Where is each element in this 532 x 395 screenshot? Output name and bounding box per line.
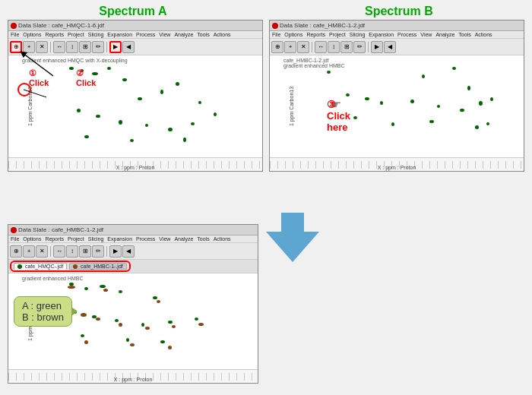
menu-bottom-slicing[interactable]: Slicing: [88, 236, 104, 242]
spectrum-b-dot: [346, 93, 350, 96]
tb-b-btn-8[interactable]: ▶: [371, 41, 383, 53]
menu-bottom-analyze[interactable]: Analyze: [174, 236, 193, 242]
bottom-brown-dot: [168, 346, 172, 349]
menu-bottom-actions[interactable]: Actions: [214, 236, 231, 242]
menu-bottom-tools[interactable]: Tools: [197, 236, 209, 242]
tb-bottom-4[interactable]: ↔: [53, 245, 65, 258]
tb-bottom-2[interactable]: +: [23, 245, 35, 258]
menu-bottom-options[interactable]: Options: [23, 236, 41, 242]
menu-bottom-view[interactable]: View: [159, 236, 170, 242]
menu-b-view[interactable]: View: [420, 32, 432, 37]
toolbar-btn-4[interactable]: ↔: [53, 41, 65, 53]
menu-view[interactable]: View: [159, 32, 170, 37]
menu-b-reports[interactable]: Reports: [306, 32, 325, 37]
tb-bottom-6[interactable]: ⊞: [79, 245, 91, 258]
menu-b-options[interactable]: Options: [284, 32, 302, 37]
menu-b-actions[interactable]: Actions: [475, 32, 492, 37]
click2-label: ② Click: [76, 68, 96, 87]
svg-marker-2: [266, 213, 319, 262]
menu-actions[interactable]: Actions: [214, 32, 231, 37]
menu-b-tools[interactable]: Tools: [458, 32, 470, 37]
tab-group: cafe_HMQC-.jdf cafe_HMBC-1-.jdf: [10, 261, 131, 272]
toolbar-btn-2[interactable]: +: [23, 41, 35, 53]
spectrum-b-dot: [486, 122, 489, 125]
menu-b-file[interactable]: File: [272, 32, 280, 37]
menu-options[interactable]: Options: [23, 32, 41, 37]
tb-b-btn-9[interactable]: ◀: [384, 41, 396, 53]
toolbar-btn-9[interactable]: ◀: [122, 41, 135, 53]
big-blue-arrow: [262, 205, 323, 269]
spectrum-b-title: Spectrum B: [365, 5, 433, 18]
tb-b-sep-1: [312, 42, 312, 52]
bottom-brown-dot: [84, 340, 88, 344]
menu-bottom-expansion[interactable]: Expansion: [107, 236, 132, 242]
toolbar-btn-1[interactable]: ⊕: [10, 41, 22, 53]
toolbar-btn-6[interactable]: ⊞: [79, 41, 91, 53]
spectrum-b-dot: [353, 116, 357, 119]
tb-b-btn-4[interactable]: ↔: [315, 41, 327, 53]
bottom-brown-dot: [81, 313, 87, 317]
menu-bottom-process[interactable]: Process: [136, 236, 155, 242]
close-icon-b[interactable]: [272, 23, 278, 29]
menu-bottom-file[interactable]: File: [11, 236, 19, 242]
bottom-tab-bar: cafe_HMQC-.jdf cafe_HMBC-1-.jdf: [8, 260, 258, 273]
tb-bottom-1[interactable]: ⊕: [10, 245, 22, 258]
toolbar-btn-5[interactable]: ↕: [66, 41, 78, 53]
menu-slicing[interactable]: Slicing: [88, 32, 104, 37]
bottom-close-icon[interactable]: [11, 227, 17, 233]
menu-b-slicing[interactable]: Slicing: [350, 32, 366, 37]
tab-hmqc[interactable]: cafe_HMQC-.jdf: [14, 263, 67, 270]
menu-b-project[interactable]: Project: [329, 32, 346, 37]
spectrum-dot: [191, 122, 195, 125]
callout-bubble: A : green B : brown: [14, 296, 72, 327]
spectrum-b-dot: [437, 105, 440, 108]
menu-analyze[interactable]: Analyze: [174, 32, 193, 37]
menu-bottom-reports[interactable]: Reports: [45, 236, 64, 242]
spectrum-dot: [214, 112, 217, 116]
tb-b-btn-6[interactable]: ⊞: [340, 41, 353, 53]
tab-hmbc[interactable]: cafe_HMBC-1-.jdf: [69, 263, 127, 270]
panel-b-content-labels: cafe_HMBC-1-2.jdf gradient enhanced HMBC: [283, 58, 345, 68]
click3-label: ③ Click here: [327, 99, 350, 133]
toolbar-btn-8[interactable]: ▶: [109, 41, 122, 53]
spectrum-a-title: Spectrum A: [99, 5, 166, 18]
click1-label: ① Click: [29, 68, 49, 87]
panel-a-x-label: X : ppm : Proton: [116, 165, 155, 170]
tb-bottom-sep: [50, 246, 51, 257]
panel-b-title-text: Data Slate : cafe_HMBC-1-2.jdf: [280, 22, 365, 29]
toolbar-btn-7[interactable]: ✏: [92, 41, 104, 53]
toolbar-btn-3[interactable]: ✕: [36, 41, 48, 53]
spectrum-b-dot: [327, 71, 331, 74]
bottom-brown-dot: [157, 300, 160, 303]
menu-b-process[interactable]: Process: [397, 32, 416, 37]
tb-b-btn-1[interactable]: ⊕: [271, 41, 283, 53]
bottom-brown-dot: [130, 343, 135, 346]
tb-bottom-5[interactable]: ↕: [66, 245, 78, 258]
tab-circle-green: [17, 264, 22, 269]
tb-bottom-9[interactable]: ◀: [122, 245, 135, 258]
panel-b-content-label: gradient enhanced HMBC: [283, 63, 345, 68]
tb-b-btn-7[interactable]: ✏: [353, 41, 366, 53]
tb-bottom-8[interactable]: ▶: [109, 245, 122, 258]
tb-bottom-7[interactable]: ✏: [92, 245, 104, 258]
menu-project[interactable]: Project: [68, 32, 84, 37]
tb-b-btn-5[interactable]: ↕: [328, 41, 340, 53]
callout-green-label: A : green: [22, 300, 64, 311]
menu-bottom-project[interactable]: Project: [68, 236, 84, 242]
tb-b-btn-2[interactable]: +: [284, 41, 296, 53]
menu-expansion[interactable]: Expansion: [107, 32, 132, 37]
menu-file[interactable]: File: [11, 32, 19, 37]
spectrum-b-dot: [365, 97, 369, 100]
tb-bottom-3[interactable]: ✕: [36, 245, 48, 258]
menu-reports[interactable]: Reports: [45, 32, 64, 37]
spectrum-b-panel: Data Slate : cafe_HMBC-1-2.jdf File Opti…: [269, 20, 524, 172]
spectrum-dot: [183, 137, 186, 142]
tb-b-btn-3[interactable]: ✕: [297, 41, 309, 53]
menu-b-analyze[interactable]: Analyze: [435, 32, 454, 37]
bottom-green-dot: [84, 287, 88, 290]
menu-b-expansion[interactable]: Expansion: [369, 32, 394, 37]
close-icon[interactable]: [11, 23, 17, 29]
menu-tools[interactable]: Tools: [197, 32, 209, 37]
panel-b-file-label: cafe_HMBC-1-2.jdf: [283, 58, 345, 63]
menu-process[interactable]: Process: [136, 32, 155, 37]
